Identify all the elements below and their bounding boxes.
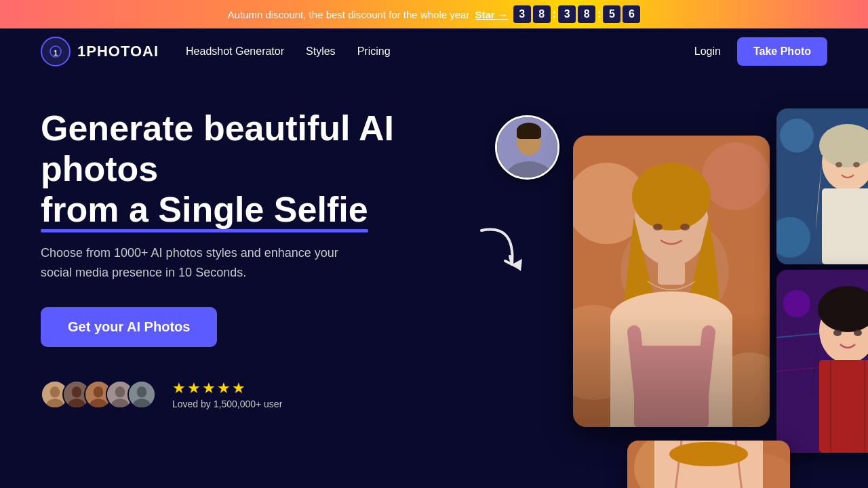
banner-link[interactable]: Star → xyxy=(475,9,507,20)
cta-button[interactable]: Get your AI Photos xyxy=(41,307,217,347)
svg-point-32 xyxy=(653,224,663,230)
svg-point-16 xyxy=(137,386,146,397)
countdown-d2: 8 xyxy=(533,5,551,23)
svg-point-31 xyxy=(632,163,711,230)
hero-right xyxy=(461,95,827,484)
svg-point-45 xyxy=(835,162,842,167)
svg-point-51 xyxy=(783,290,810,317)
countdown-d6: 6 xyxy=(623,5,640,23)
avatar-5 xyxy=(127,380,156,409)
svg-point-55 xyxy=(833,329,842,336)
hero-section: Generate beautiful AI photos from a Sing… xyxy=(0,75,868,484)
countdown-d3: 3 xyxy=(558,5,576,23)
svg-point-10 xyxy=(94,386,103,397)
nav-pricing[interactable]: Pricing xyxy=(357,45,391,58)
nav-links: Headshot Generator Styles Pricing xyxy=(186,45,390,58)
top-right-photo-card xyxy=(776,108,868,264)
logo-text: 1PHOTOAI xyxy=(77,43,159,60)
svg-point-39 xyxy=(780,119,814,152)
nav-styles[interactable]: Styles xyxy=(306,45,336,58)
countdown-d4: 8 xyxy=(578,5,595,23)
loved-text: Loved by 1,500,000+ user xyxy=(172,399,282,409)
hero-subtitle: Choose from 1000+ AI photos styles and e… xyxy=(41,243,366,283)
logo[interactable]: 1 1PHOTOAI xyxy=(41,37,159,66)
svg-rect-47 xyxy=(822,188,868,264)
login-button[interactable]: Login xyxy=(694,45,721,58)
svg-rect-23 xyxy=(517,127,541,139)
social-proof: ★★★★★ Loved by 1,500,000+ user xyxy=(41,380,448,409)
bottom-photo-card xyxy=(627,441,790,488)
take-photo-button[interactable]: Take Photo xyxy=(737,37,827,66)
countdown-d5: 5 xyxy=(603,5,620,23)
countdown-d1: 3 xyxy=(513,5,531,23)
svg-point-33 xyxy=(680,224,690,230)
main-photo-card xyxy=(573,136,770,427)
navbar: 1 1PHOTOAI Headshot Generator Styles Pri… xyxy=(0,28,868,75)
arrow-icon xyxy=(475,217,556,285)
stars-container: ★★★★★ Loved by 1,500,000+ user xyxy=(172,380,282,409)
avatar-group xyxy=(41,380,149,409)
logo-icon: 1 xyxy=(41,37,71,66)
card-overlay xyxy=(573,310,770,427)
hero-title-line2: from a Single Selfie xyxy=(41,190,368,230)
hero-title: Generate beautiful AI photos from a Sing… xyxy=(41,108,448,230)
svg-text:1: 1 xyxy=(54,49,58,57)
star-rating: ★★★★★ xyxy=(172,380,282,397)
svg-point-46 xyxy=(853,162,860,167)
banner-text: Autumn discount, the best discount for t… xyxy=(228,9,470,20)
nav-right: Login Take Photo xyxy=(694,37,827,66)
announcement-banner: Autumn discount, the best discount for t… xyxy=(0,0,868,28)
svg-point-13 xyxy=(115,386,125,397)
bottom-right-photo-card xyxy=(776,270,868,453)
svg-point-26 xyxy=(702,142,770,210)
hero-left: Generate beautiful AI photos from a Sing… xyxy=(41,95,448,484)
svg-rect-57 xyxy=(819,360,868,453)
countdown-sep2: : xyxy=(597,8,601,20)
countdown-sep1: : xyxy=(553,8,556,20)
svg-point-63 xyxy=(669,442,748,466)
nav-left: 1 1PHOTOAI Headshot Generator Styles Pri… xyxy=(41,37,391,66)
countdown-timer: 3 8 : 3 8 : 5 6 xyxy=(513,5,641,23)
svg-point-4 xyxy=(50,386,60,397)
svg-rect-34 xyxy=(658,261,685,285)
svg-point-56 xyxy=(854,329,862,336)
selfie-source-card xyxy=(495,115,559,180)
hero-title-line1: Generate beautiful AI photos xyxy=(41,108,394,188)
nav-headshot-generator[interactable]: Headshot Generator xyxy=(186,45,284,58)
svg-point-7 xyxy=(72,386,81,397)
